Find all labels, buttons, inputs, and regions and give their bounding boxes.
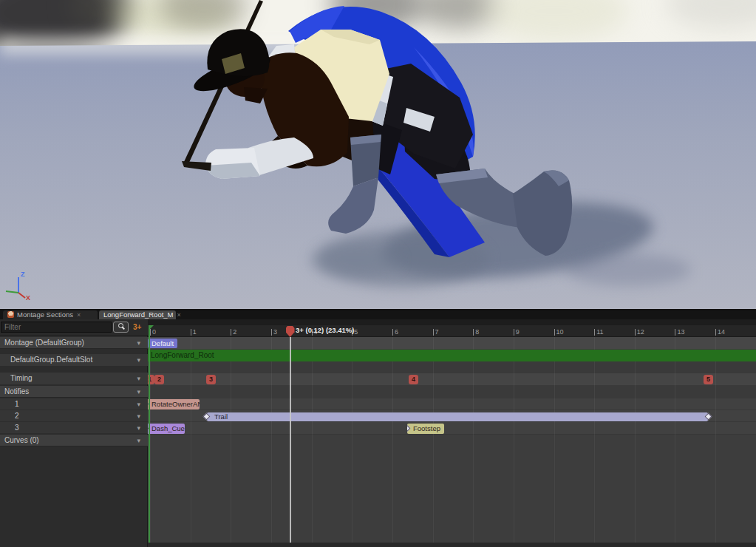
tab-longforward-root[interactable]: LongForward_Root_M× xyxy=(99,310,176,319)
montage-start-line xyxy=(149,325,150,543)
gridline xyxy=(433,337,434,543)
3d-viewport[interactable]: Z X xyxy=(0,0,756,310)
notify-label: RotateOwnerAN xyxy=(151,400,200,408)
forward-arm xyxy=(182,137,313,179)
panel-row-label: 3 xyxy=(15,424,19,432)
notify-diamond-icon[interactable] xyxy=(407,425,410,432)
panel-row-label: 2 xyxy=(15,412,19,420)
tick-label: 0 xyxy=(152,328,156,336)
notify-Dash_Cue[interactable]: Dash_Cue xyxy=(148,424,185,434)
timeline-header-strip xyxy=(148,319,756,325)
notify-label: Footstep xyxy=(413,424,440,432)
panel-row-timing[interactable]: Timing▾ xyxy=(0,373,148,384)
tick-label: 1 xyxy=(193,328,197,336)
chevron-down-icon[interactable]: ▾ xyxy=(137,337,140,349)
playhead-label: 3+ (0.12) (23.41%) xyxy=(296,326,354,334)
chevron-down-icon[interactable]: ▾ xyxy=(137,354,140,366)
chevron-down-icon[interactable]: ▾ xyxy=(137,373,140,384)
timing-marker-2[interactable]: 2 xyxy=(154,375,164,384)
panel-row-3[interactable]: 3▾ xyxy=(0,422,148,434)
montage-start-flag xyxy=(150,325,154,329)
timeline-ruler[interactable] xyxy=(148,325,756,337)
gridline xyxy=(594,337,595,543)
notify-Footstep[interactable]: Footstep xyxy=(407,424,444,434)
notify-Trail[interactable]: Trail xyxy=(207,412,708,421)
chevron-down-icon[interactable]: ▾ xyxy=(137,422,140,434)
tick-label: 9 xyxy=(516,328,520,336)
filter-input[interactable] xyxy=(1,322,112,333)
panel-row-montage-defaultgroup-[interactable]: Montage (DefaultGroup)▾ xyxy=(0,337,148,349)
chevron-down-icon[interactable]: ▾ xyxy=(137,398,140,410)
chevron-down-icon[interactable]: ▾ xyxy=(137,435,140,446)
notify-RotateOwnerAN[interactable]: RotateOwnerAN xyxy=(148,399,200,410)
section-badge[interactable]: Default xyxy=(148,339,177,348)
tick-mark xyxy=(271,329,272,336)
tick-mark xyxy=(715,329,716,336)
panel-row-defaultgroup-defaultslot[interactable]: DefaultGroup.DefaultSlot▾ xyxy=(0,354,148,366)
timeline-pane[interactable]: 01234567891011121314 Default LongForward… xyxy=(148,319,756,547)
notify-track-1[interactable] xyxy=(148,398,756,410)
slot-bar[interactable]: LongForward_Root xyxy=(148,350,756,361)
filter-bar: 3+ xyxy=(0,319,148,336)
chevron-down-icon[interactable]: ▾ xyxy=(137,386,140,398)
playhead-line[interactable] xyxy=(290,337,291,543)
axis-gizmo: Z X xyxy=(4,271,38,305)
tick-mark xyxy=(594,329,595,336)
montage-panel: Montage Sections× LongForward_Root_M× 3+… xyxy=(0,310,756,547)
panel-row-notifies[interactable]: Notifies▾ xyxy=(0,386,148,398)
gridline xyxy=(352,337,353,543)
gridline xyxy=(191,337,191,543)
row-gap xyxy=(148,385,756,398)
timing-row[interactable] xyxy=(148,373,756,385)
magnifier-glyph xyxy=(118,323,123,328)
chevron-down-icon[interactable]: ▾ xyxy=(137,410,140,422)
close-icon[interactable]: × xyxy=(177,311,181,319)
timeline-scrollbar[interactable] xyxy=(148,543,756,547)
panel-row-label: DefaultGroup.DefaultSlot xyxy=(10,356,92,364)
notify-label: Trail xyxy=(214,412,228,421)
panel-row-2[interactable]: 2▾ xyxy=(0,410,148,422)
panel-row-label: Timing xyxy=(10,374,33,382)
timing-marker-5[interactable]: 5 xyxy=(704,375,713,384)
gridline xyxy=(392,337,393,543)
gridline xyxy=(231,337,231,543)
panel-row-curves-0-[interactable]: Curves (0)▾ xyxy=(0,435,148,446)
tick-label: 6 xyxy=(395,328,398,336)
gridline xyxy=(473,337,474,543)
tick-mark xyxy=(433,329,434,336)
timing-marker-3[interactable]: 3 xyxy=(206,375,216,384)
tab-label: LongForward_Root_M xyxy=(103,310,174,319)
gridline xyxy=(715,337,716,543)
search-icon[interactable] xyxy=(113,322,129,333)
tick-label: 2 xyxy=(233,328,236,336)
tick-label: 14 xyxy=(718,328,725,336)
tab-montage-sections[interactable]: Montage Sections× xyxy=(3,310,98,319)
row-gap xyxy=(148,361,756,373)
timing-marker-4[interactable]: 4 xyxy=(409,375,418,384)
gizmo-z-label: Z xyxy=(21,271,25,278)
tick-mark xyxy=(473,329,474,336)
tab-label: Montage Sections xyxy=(17,310,73,319)
notify-track-3[interactable] xyxy=(148,422,756,435)
close-icon[interactable]: × xyxy=(77,311,81,319)
tick-label: 12 xyxy=(637,328,644,336)
tick-mark xyxy=(150,329,151,336)
gridline xyxy=(150,337,151,543)
panel-row-label: 1 xyxy=(15,400,19,408)
tick-label: 7 xyxy=(435,328,439,336)
frame-indicator: 3+ xyxy=(133,323,141,331)
track-outliner: 3+ Montage (DefaultGroup)▾DefaultGroup.D… xyxy=(0,319,148,547)
panel-row-label: Notifies xyxy=(4,387,29,395)
gridline xyxy=(554,337,555,543)
tab-bar: Montage Sections× LongForward_Root_M× xyxy=(0,310,756,319)
tick-label: 8 xyxy=(475,328,479,336)
tick-mark xyxy=(231,329,231,336)
panel-row-1[interactable]: 1▾ xyxy=(0,398,148,410)
tick-label: 3 xyxy=(273,328,277,336)
gridline xyxy=(312,337,313,543)
gridline xyxy=(675,337,675,543)
unreal-montage-editor: Z X Montage Sections× LongForward_Root_M… xyxy=(0,0,756,547)
section-row[interactable] xyxy=(148,337,756,349)
tick-label: 5 xyxy=(354,328,358,336)
tick-label: 11 xyxy=(596,328,603,336)
